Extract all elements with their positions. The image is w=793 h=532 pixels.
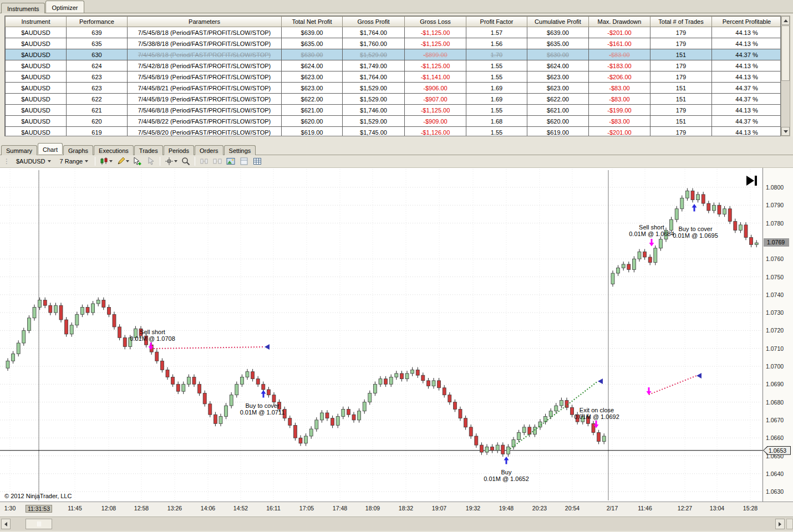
chart-style-button[interactable] [98,156,114,167]
bar-spacing-decrease-button[interactable] [198,156,210,167]
column-header-total-net-profit[interactable]: Total Net Profit [282,17,343,27]
tab-trades[interactable]: Trades [134,145,163,155]
panel-splitter[interactable] [0,136,793,143]
cell: 44.37 % [712,83,781,94]
candle-down [155,352,159,361]
tab-settings[interactable]: Settings [224,145,256,155]
tab-graphs[interactable]: Graphs [63,145,93,155]
candle-down [299,438,302,443]
table-row[interactable]: $AUDUSD6207/4/45/8/22 (Period/FAST/PROFI… [6,116,781,127]
price-axis[interactable]: 1.08001.07901.07801.07601.07501.07401.07… [762,168,793,502]
price-tick-label: 1.0630 [766,488,784,495]
scroll-left-button[interactable] [1,519,11,529]
scroll-up-button[interactable] [781,16,790,25]
tab-orders[interactable]: Orders [195,145,223,155]
table-row[interactable]: $AUDUSD6397/5/45/8/18 (Period/FAST/PROFI… [6,27,781,38]
tab-summary[interactable]: Summary [1,145,37,155]
candle-down [421,375,425,381]
tab-optimizer[interactable]: Optimizer [45,1,84,13]
time-axis[interactable]: 1:3011:31:5311:4512:0812:5813:2614:0614:… [0,502,793,516]
go-to-end-icon[interactable] [746,176,754,186]
candle-up [723,209,726,214]
table-row-selected[interactable]: $AUDUSD6307/4/45/8/18 (Period/FAST/PROFI… [6,49,781,60]
cell: $623.00 [527,71,589,83]
go-to-end-icon-bar[interactable] [755,176,757,186]
trade-label: Buy to cover [245,402,279,409]
cell: -$907.00 [405,94,466,105]
candle-down [744,225,748,238]
candle-up [549,411,552,417]
interval-selector[interactable]: 7 Range [56,156,93,166]
cell: -$1,125.00 [405,38,466,49]
cell: $1,764.00 [343,71,405,83]
table-row[interactable]: $AUDUSD6247/5/42/8/18 (Period/FAST/PROFI… [6,60,781,71]
price-tick-label: 1.0700 [766,363,784,370]
zoom-button[interactable] [180,156,192,167]
table-row[interactable]: $AUDUSD6357/5/38/8/18 (Period/FAST/PROFI… [6,38,781,49]
strategy-panel-button[interactable] [238,156,250,167]
horizontal-scroll-thumb[interactable] [26,519,52,529]
table-row[interactable]: $AUDUSD6237/4/45/8/21 (Period/FAST/PROFI… [6,83,781,94]
toolbar-grip[interactable]: ⋮ [2,157,11,165]
crosshair-button[interactable] [163,156,179,167]
drawing-tools-button[interactable] [115,156,130,167]
column-header-max-drawdown[interactable]: Max. Drawdown [589,17,650,27]
tab-executions[interactable]: Executions [94,145,134,155]
column-header-cumulative-profit[interactable]: Cumulative Profit [527,17,589,27]
candle-down [198,384,201,393]
table-row[interactable]: $AUDUSD6217/5/46/8/18 (Period/FAST/PROFI… [6,105,781,116]
scroll-down-button[interactable] [781,127,790,136]
add-indicator-button[interactable] [131,156,144,167]
cell: 1.55 [466,127,527,137]
top-tab-bar: InstrumentsOptimizer [0,0,793,13]
bar-spacing-increase-button[interactable] [211,156,223,167]
candle-up [54,305,57,313]
column-header-performance[interactable]: Performance [67,17,128,27]
data-grid-button[interactable] [251,156,263,167]
cell: -$1,125.00 [405,105,466,116]
chevron-down-icon [174,160,177,162]
column-header-gross-loss[interactable]: Gross Loss [405,17,466,27]
column-header-gross-profit[interactable]: Gross Profit [343,17,405,27]
cell: $1,529.00 [343,94,405,105]
time-label: 11:45 [68,505,82,511]
snapshot-button[interactable] [225,156,237,167]
column-header-instrument[interactable]: Instrument [6,17,67,27]
candle-down [86,307,89,313]
right-arrow-icon [779,522,781,526]
trade-label-detail: 0.01M @ 1.0711 [240,409,285,416]
candle-down [256,379,260,385]
time-label: 18:32 [399,505,413,511]
column-header-percent-profitable[interactable]: Percent Profitable [712,17,781,27]
tab-instruments[interactable]: Instruments [1,3,45,14]
buy-arrow-icon [261,390,266,398]
time-label: 15:28 [743,505,758,511]
time-label: 19:32 [466,505,480,511]
scroll-right-button[interactable] [775,519,785,529]
cell: $624.00 [282,60,343,71]
tab-chart[interactable]: Chart [38,143,63,154]
chart-canvas[interactable]: Sell short0.01M @ 1.0708Buy to cover0.01… [0,168,762,502]
candle-up [336,416,339,425]
candle-down [597,433,601,442]
table-row[interactable]: $AUDUSD6227/4/45/8/19 (Period/FAST/PROFI… [6,94,781,105]
instrument-selector[interactable]: $AUDUSD [12,156,55,166]
tab-periods[interactable]: Periods [164,145,194,155]
pointer-button[interactable] [145,156,157,167]
time-label: 14:52 [233,505,248,511]
price-tick-label: 1.0690 [766,381,784,387]
table-row[interactable]: $AUDUSD6197/5/45/8/20 (Period/FAST/PROFI… [6,127,781,137]
column-header-parameters[interactable]: Parameters [128,17,282,27]
column-header-profit-factor[interactable]: Profit Factor [466,17,527,27]
table-vertical-scrollbar[interactable] [781,16,790,136]
cell: 179 [650,38,712,49]
vertical-scroll-thumb[interactable] [781,25,790,81]
chart-horizontal-scrollbar[interactable] [0,516,793,531]
cell: 44.37 % [712,94,781,105]
cell: 1.56 [466,38,527,49]
table-row[interactable]: $AUDUSD6237/5/45/8/19 (Period/FAST/PROFI… [6,71,781,83]
column-header-total-of-trades[interactable]: Total # of Trades [650,17,712,27]
optimizer-results-panel: InstrumentPerformanceParametersTotal Net… [0,13,793,136]
cell: 7/4/45/8/19 (Period/FAST/PROFIT/SLOW/STO… [128,94,282,105]
candle-up [27,318,30,331]
